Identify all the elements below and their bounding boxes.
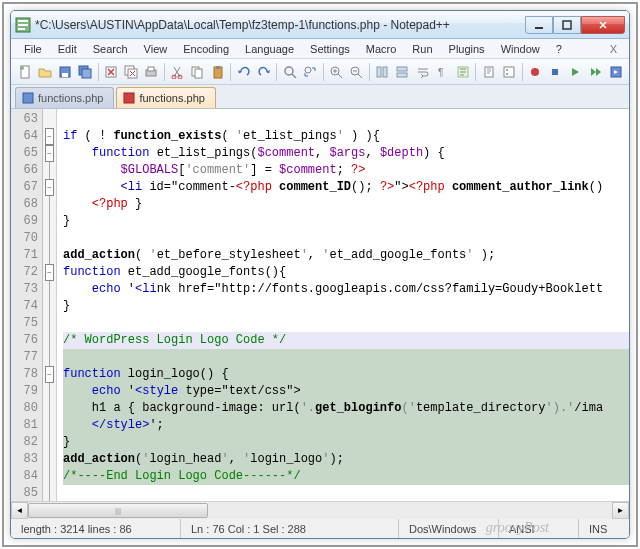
app-window: *C:\Users\AUSTIN\AppData\Local\Temp\fz3t… (10, 10, 630, 539)
menu-file[interactable]: File (17, 41, 49, 57)
menu-search[interactable]: Search (86, 41, 135, 57)
tab-bar: functions.php functions.php (11, 85, 629, 109)
status-eol: Dos\Windows (399, 519, 499, 538)
menu-view[interactable]: View (137, 41, 175, 57)
svg-rect-1 (18, 20, 28, 22)
svg-rect-22 (216, 66, 220, 69)
menubar-close-icon[interactable]: X (604, 43, 623, 55)
zoom-in-button[interactable] (327, 62, 346, 82)
sync-h-button[interactable] (393, 62, 412, 82)
replace-button[interactable] (300, 62, 319, 82)
scroll-track[interactable]: ||| (28, 502, 612, 519)
save-macro-button[interactable] (606, 62, 625, 82)
menu-macro[interactable]: Macro (359, 41, 404, 57)
menu-help[interactable]: ? (549, 41, 569, 57)
window-title: *C:\Users\AUSTIN\AppData\Local\Temp\fz3t… (35, 18, 525, 32)
tab-label: functions.php (139, 92, 204, 104)
line-numbers: 6364656667686970717273747576777879808182… (11, 109, 43, 501)
svg-text:¶: ¶ (438, 67, 443, 78)
svg-rect-27 (377, 67, 381, 77)
svg-rect-20 (195, 69, 202, 78)
menu-plugins[interactable]: Plugins (442, 41, 492, 57)
titlebar[interactable]: *C:\Users\AUSTIN\AppData\Local\Temp\fz3t… (11, 11, 629, 39)
zoom-out-button[interactable] (347, 62, 366, 82)
svg-rect-41 (124, 93, 134, 103)
close-all-button[interactable] (122, 62, 141, 82)
menu-window[interactable]: Window (494, 41, 547, 57)
status-position: Ln : 76 Col : 1 Sel : 288 (181, 519, 399, 538)
svg-point-24 (305, 67, 311, 73)
status-length: length : 3214 lines : 86 (11, 519, 181, 538)
svg-rect-40 (23, 93, 33, 103)
svg-rect-5 (563, 21, 571, 29)
svg-point-36 (506, 73, 508, 75)
svg-rect-9 (62, 73, 68, 77)
paste-button[interactable] (208, 62, 227, 82)
menu-run[interactable]: Run (405, 41, 439, 57)
fold-margin[interactable]: −−−−− (43, 109, 57, 501)
svg-rect-28 (383, 67, 387, 77)
menu-edit[interactable]: Edit (51, 41, 84, 57)
svg-rect-38 (552, 69, 558, 75)
svg-rect-11 (82, 69, 91, 78)
horizontal-scrollbar[interactable]: ◄ ||| ► (11, 501, 629, 518)
find-button[interactable] (280, 62, 299, 82)
svg-point-35 (506, 69, 508, 71)
doc-map-button[interactable] (479, 62, 498, 82)
code-content[interactable]: if ( ! function_exists( 'et_list_pings' … (57, 109, 629, 501)
scroll-right-button[interactable]: ► (612, 502, 629, 519)
sync-v-button[interactable] (373, 62, 392, 82)
svg-rect-3 (18, 28, 25, 30)
save-all-button[interactable] (75, 62, 94, 82)
play-multi-button[interactable] (586, 62, 605, 82)
close-file-button[interactable] (101, 62, 120, 82)
function-list-button[interactable] (499, 62, 518, 82)
svg-point-7 (20, 66, 24, 70)
toolbar: ¶ (11, 59, 629, 85)
cut-button[interactable] (168, 62, 187, 82)
status-mode: INS (579, 519, 629, 538)
tab-inactive-functions[interactable]: functions.php (15, 87, 114, 108)
svg-point-23 (285, 67, 293, 75)
menu-language[interactable]: Language (238, 41, 301, 57)
svg-rect-34 (504, 67, 514, 77)
svg-rect-29 (397, 67, 407, 71)
scroll-thumb[interactable]: ||| (28, 503, 208, 518)
svg-rect-30 (397, 73, 407, 77)
scroll-left-button[interactable]: ◄ (11, 502, 28, 519)
new-file-button[interactable] (15, 62, 34, 82)
status-bar: length : 3214 lines : 86 Ln : 76 Col : 1… (11, 518, 629, 538)
stop-button[interactable] (546, 62, 565, 82)
record-button[interactable] (526, 62, 545, 82)
print-button[interactable] (142, 62, 161, 82)
open-file-button[interactable] (35, 62, 54, 82)
status-encoding: ANSI (499, 519, 579, 538)
show-all-chars-button[interactable]: ¶ (433, 62, 452, 82)
svg-rect-2 (18, 24, 28, 26)
app-icon (15, 17, 31, 33)
file-saved-icon (22, 92, 34, 104)
copy-button[interactable] (188, 62, 207, 82)
svg-point-37 (531, 68, 539, 76)
menu-encoding[interactable]: Encoding (176, 41, 236, 57)
svg-rect-16 (148, 67, 154, 71)
undo-button[interactable] (234, 62, 253, 82)
minimize-button[interactable] (525, 16, 553, 34)
save-button[interactable] (55, 62, 74, 82)
menu-bar: File Edit Search View Encoding Language … (11, 39, 629, 59)
indent-guide-button[interactable] (453, 62, 472, 82)
menu-settings[interactable]: Settings (303, 41, 357, 57)
tab-active-functions[interactable]: functions.php (116, 87, 215, 108)
file-modified-icon (123, 92, 135, 104)
tab-label: functions.php (38, 92, 103, 104)
svg-rect-4 (535, 27, 543, 29)
redo-button[interactable] (254, 62, 273, 82)
editor-area[interactable]: 6364656667686970717273747576777879808182… (11, 109, 629, 501)
close-button[interactable] (581, 16, 625, 34)
play-button[interactable] (566, 62, 585, 82)
wrap-button[interactable] (413, 62, 432, 82)
maximize-button[interactable] (553, 16, 581, 34)
